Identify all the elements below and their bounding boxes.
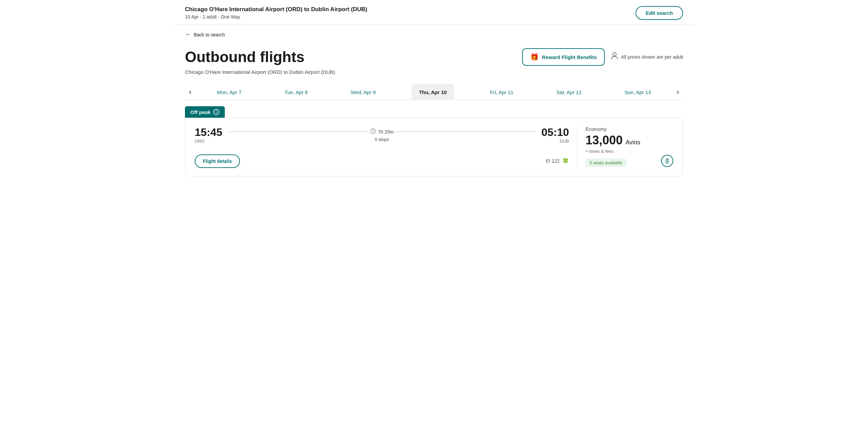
flight-line: 7h 25m bbox=[228, 128, 536, 136]
date-tab-fri-apr11[interactable]: Fri, Apr 11 bbox=[483, 84, 520, 100]
flight-card: 15:45 ORD bbox=[185, 118, 683, 176]
title-row: Outbound flights 🎁 Reward Flight Benefit… bbox=[185, 48, 683, 66]
date-tab-tue-apr8[interactable]: Tue, Apr 8 bbox=[278, 84, 315, 100]
date-tab-wed-apr9[interactable]: Wed, Apr 9 bbox=[344, 84, 382, 100]
gift-icon: 🎁 bbox=[530, 53, 539, 61]
stops-label: 0 stops bbox=[375, 137, 389, 142]
per-adult-label: All prices shown are per adult bbox=[621, 54, 683, 60]
back-to-search-label: Back to search bbox=[194, 32, 225, 37]
flight-line-container: 7h 25m 0 stops bbox=[222, 128, 541, 142]
baggage-icon[interactable] bbox=[661, 155, 673, 167]
offpeak-section: Off peak i 15:45 ORD bbox=[185, 106, 683, 176]
departure-time: 15:45 bbox=[195, 126, 222, 139]
clock-icon bbox=[370, 128, 376, 136]
date-tab-sat-apr12[interactable]: Sat, Apr 12 bbox=[550, 84, 588, 100]
back-section: ← Back to search bbox=[174, 25, 694, 41]
flight-times-row: 15:45 ORD bbox=[195, 126, 569, 144]
eco-leaf-icon: 🍀 bbox=[562, 158, 569, 164]
seats-available-badge: 5 seats available bbox=[586, 159, 626, 167]
header-route-info: Chicago O'Hare International Airport (OR… bbox=[185, 6, 367, 20]
header-details-text: 10 Apr · 1 adult · One Way bbox=[185, 14, 367, 20]
line-right bbox=[396, 132, 536, 132]
flight-details-button[interactable]: Flight details bbox=[195, 154, 240, 168]
main-content: Outbound flights 🎁 Reward Flight Benefit… bbox=[174, 41, 694, 176]
reward-flight-benefits-button[interactable]: 🎁 Reward Flight Benefits bbox=[522, 48, 605, 66]
flight-right: Economy 13,000 Avios + taxes & fees 5 se… bbox=[586, 126, 673, 167]
departure-airport: ORD bbox=[195, 139, 222, 144]
fare-taxes: + taxes & fees bbox=[586, 149, 673, 154]
back-arrow-icon: ← bbox=[185, 31, 191, 38]
fare-price-row: 13,000 Avios bbox=[586, 133, 673, 147]
fare-avios-label: Avios bbox=[626, 139, 641, 146]
flight-number-row: EI 122 🍀 bbox=[546, 158, 569, 164]
fare-divider bbox=[577, 126, 577, 168]
date-next-button[interactable]: › bbox=[673, 86, 683, 98]
date-tab-thu-apr10[interactable]: Thu, Apr 10 bbox=[412, 84, 454, 100]
fare-class: Economy bbox=[586, 126, 673, 132]
arrival-airport: DUB bbox=[541, 139, 569, 144]
person-icon bbox=[611, 52, 618, 62]
page-title: Outbound flights bbox=[185, 49, 304, 65]
flight-number: EI 122 bbox=[546, 158, 560, 164]
reward-btn-label: Reward Flight Benefits bbox=[542, 54, 597, 60]
page-header: Chicago O'Hare International Airport (OR… bbox=[174, 0, 694, 25]
page-subtitle: Chicago O'Hare International Airport (OR… bbox=[185, 69, 683, 75]
date-tabs: Mon, Apr 7 Tue, Apr 8 Wed, Apr 9 Thu, Ap… bbox=[195, 84, 672, 100]
flight-left: 15:45 ORD bbox=[195, 126, 569, 168]
line-left bbox=[228, 132, 368, 132]
edit-search-button[interactable]: Edit search bbox=[635, 6, 683, 20]
offpeak-badge: Off peak i bbox=[185, 106, 225, 118]
back-to-search-link[interactable]: ← Back to search bbox=[185, 31, 683, 38]
offpeak-info-icon[interactable]: i bbox=[213, 109, 219, 115]
flight-duration: 7h 25m bbox=[378, 129, 394, 135]
date-prev-button[interactable]: ‹ bbox=[185, 86, 195, 98]
fare-price: 13,000 bbox=[586, 133, 623, 147]
svg-point-0 bbox=[613, 53, 616, 56]
header-route-text: Chicago O'Hare International Airport (OR… bbox=[185, 6, 367, 13]
per-adult-info: All prices shown are per adult bbox=[611, 52, 683, 62]
date-tab-mon-apr7[interactable]: Mon, Apr 7 bbox=[210, 84, 248, 100]
date-tab-sun-apr13[interactable]: Sun, Apr 13 bbox=[618, 84, 657, 100]
title-right: 🎁 Reward Flight Benefits All prices show… bbox=[522, 48, 683, 66]
offpeak-label: Off peak bbox=[190, 109, 211, 115]
arrival-time: 05:10 bbox=[541, 126, 569, 139]
date-tabs-container: ‹ Mon, Apr 7 Tue, Apr 8 Wed, Apr 9 Thu, … bbox=[185, 84, 683, 100]
